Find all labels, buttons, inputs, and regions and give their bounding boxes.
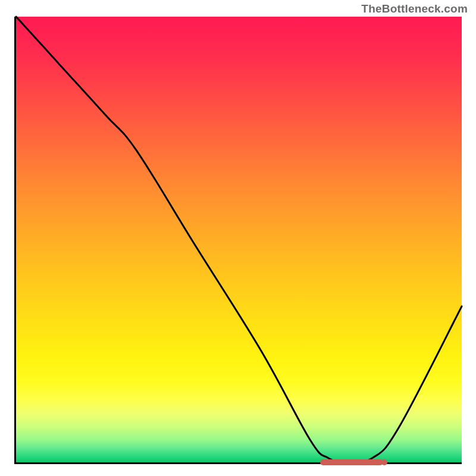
bottleneck-curve: [16, 17, 462, 462]
optimum-range-marker: [320, 459, 383, 465]
chart-plot-area: [14, 17, 462, 464]
optimum-range-end-dot: [381, 459, 387, 465]
watermark-text: TheBottleneck.com: [361, 2, 468, 15]
